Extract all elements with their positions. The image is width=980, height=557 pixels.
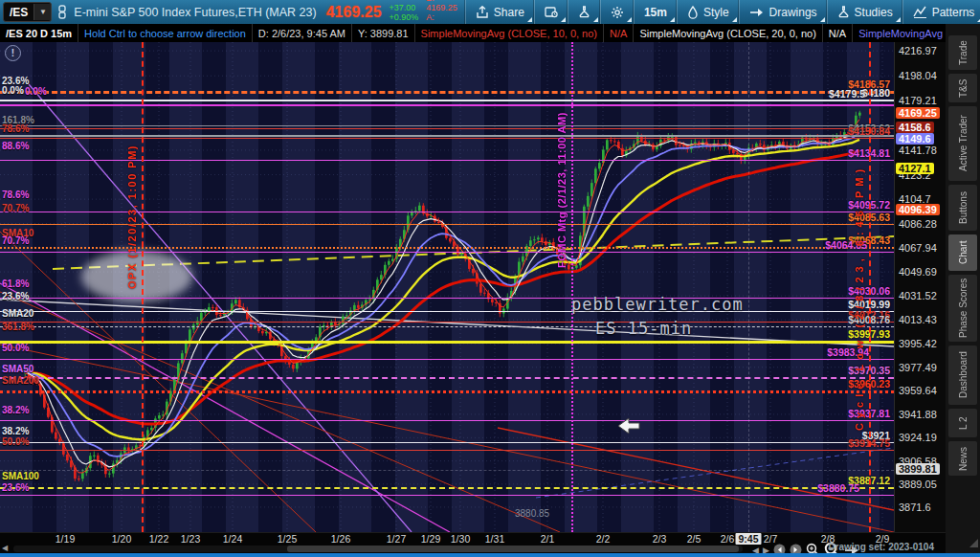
fib-label: 61.8%: [2, 278, 29, 289]
price-tick: 4141.78: [899, 145, 937, 156]
date-tick: 1/24: [223, 533, 242, 545]
price-level-line[interactable]: [0, 390, 894, 393]
flask-icon: [578, 6, 590, 18]
date-tick: 1/27: [387, 533, 406, 545]
symbol-link-icon[interactable]: [56, 5, 68, 20]
fib-label: SMA20: [2, 308, 33, 319]
price-badge: 4158.6: [896, 122, 934, 133]
fib-label: 50.0%: [2, 343, 29, 353]
sidebar-tabs: TradeT&SActive TraderButtonsChartPhase S…: [946, 33, 980, 553]
price-level-line[interactable]: [0, 420, 894, 421]
share-button[interactable]: Share: [465, 0, 534, 24]
event-label: OPX (1/20/23, 1:00 PM): [126, 96, 138, 289]
sidebar-tab-news[interactable]: News: [948, 441, 977, 476]
price-tick: 4067.94: [899, 242, 937, 254]
price-badge: 4169.25: [896, 107, 940, 119]
price-level-line[interactable]: [0, 298, 894, 299]
drawings-arrow-icon: [749, 7, 765, 18]
price-level-line[interactable]: [0, 326, 894, 327]
price-level-line[interactable]: [0, 442, 894, 443]
date-tick: 1/31: [485, 533, 504, 545]
studies-readout: SimpleMovingAvg (CLOSE, 10, 0, no)N/ASim…: [415, 24, 980, 42]
drawing-set-label[interactable]: Drawing set: 2023-0104: [828, 542, 934, 552]
price-tick: 3889.05: [899, 479, 937, 490]
last-price: 4169.25: [326, 4, 382, 21]
event-vline[interactable]: [869, 42, 871, 532]
analysis-button[interactable]: [568, 0, 600, 24]
price-tick: 3924.19: [899, 432, 937, 443]
fib-label: SMA200: [2, 375, 39, 386]
price-level-label: $3880.75: [817, 482, 859, 494]
sidebar-tab-l-2[interactable]: L 2: [948, 409, 977, 437]
price-level-line[interactable]: [0, 91, 894, 94]
patterns-button[interactable]: Patterns: [902, 0, 980, 24]
study-label[interactable]: SimpleMovingAvg (CLOSE, 10, 0, no): [415, 24, 604, 42]
scrollbar-thumb[interactable]: [287, 546, 739, 552]
crosshair-date-readout: D: 2/6/23, 9:45 AM: [253, 24, 352, 42]
price-tick: 3995.42: [899, 338, 937, 349]
chart-symbol-settings[interactable]: /ES 20 D 15m: [0, 24, 78, 42]
price-axis[interactable]: 4216.974198.044179.214141.784123.24104.7…: [894, 42, 947, 532]
chart-info-icon[interactable]: !: [5, 45, 21, 61]
drawings-button[interactable]: Drawings: [739, 0, 827, 24]
event-vline[interactable]: [142, 42, 144, 532]
timeframe-label: 15m: [644, 6, 667, 19]
resize-grip[interactable]: [969, 539, 978, 547]
price-badge: 4127.1: [896, 163, 934, 174]
price-tick: 4049.69: [899, 266, 937, 278]
chart-canvas[interactable]: $4186.57$4180$4179.5$4153.62$4150.84$413…: [0, 42, 894, 532]
crosshair-y-readout: Y: 3899.81: [352, 24, 415, 42]
style-button[interactable]: Style: [677, 0, 739, 24]
sidebar-tab-phase-scores[interactable]: Phase Scores: [948, 275, 977, 342]
patterns-icon: [913, 6, 927, 18]
sidebar-tab-trade[interactable]: Trade: [948, 35, 977, 70]
chart-header-row: /ES 20 D 15m Hold Ctrl to choose arrow d…: [0, 24, 946, 43]
study-label[interactable]: N/A: [604, 24, 634, 42]
fib-label: 23.6%: [2, 291, 29, 301]
price-level-line[interactable]: [0, 311, 894, 312]
settings-button[interactable]: [600, 0, 634, 24]
sidebar-tab-t-s[interactable]: T&S: [948, 74, 977, 102]
price-level-line[interactable]: [0, 495, 894, 496]
date-tick: 2/5: [687, 533, 702, 545]
price-tick: 3977.49: [899, 362, 937, 373]
date-tick: 2/1: [541, 533, 555, 545]
timeframe-button[interactable]: 15m: [634, 0, 677, 24]
thinkorswim-window: /ES ▼ E-mini S&P 500 Index Futures,ETH (…: [0, 0, 980, 557]
sidebar-tab-active-trader[interactable]: Active Trader: [948, 106, 977, 181]
sidebar-tab-buttons[interactable]: Buttons: [948, 185, 977, 231]
fib-label: 38.2%: [2, 426, 29, 436]
price-level-line[interactable]: [0, 487, 894, 489]
alerts-button[interactable]: [534, 0, 568, 24]
watermark-line2: ES 15-min: [595, 319, 692, 338]
price-level-line[interactable]: [0, 341, 894, 344]
sidebar-tab-dashboard[interactable]: Dashboard: [948, 345, 977, 405]
price-badge: 3899.81: [896, 463, 940, 475]
price-level-line[interactable]: [0, 450, 894, 451]
study-label[interactable]: N/A: [823, 24, 853, 42]
symbol-selector[interactable]: /ES ▼: [3, 2, 52, 22]
price-tick: 4198.04: [899, 70, 937, 81]
net-change: +37.00: [390, 3, 419, 12]
price-level-line[interactable]: [0, 322, 894, 323]
event-vline[interactable]: [571, 42, 573, 532]
date-tick: 2/2: [596, 533, 611, 545]
fib-label: 361.8%: [2, 322, 34, 332]
price-tick: 3941.88: [899, 409, 937, 420]
fib-label: 23.6%: [2, 482, 29, 493]
date-tick: 1/29: [421, 533, 440, 545]
chart-scrollbar[interactable]: [13, 546, 743, 552]
sidebar-tab-chart[interactable]: Chart: [948, 234, 977, 271]
price-tick: 4216.97: [899, 45, 937, 56]
price-level-line[interactable]: [0, 377, 894, 379]
scroll-left-arrow-icon[interactable]: ◀: [2, 544, 8, 552]
instrument-title: E-mini S&P 500 Index Futures,ETH (MAR 23…: [74, 6, 316, 19]
chevron-down-icon[interactable]: ▼: [33, 4, 51, 20]
studies-button[interactable]: Studies: [827, 0, 902, 24]
patterns-label: Patterns: [932, 6, 975, 19]
fib-label: 38.2%: [2, 405, 29, 415]
calendar-clock-icon: [545, 6, 558, 18]
price-level-line[interactable]: [0, 359, 894, 360]
study-label[interactable]: SimpleMovingAvg (CLOSE, 20, 0, no): [634, 24, 822, 42]
fib-label: SMA100: [2, 471, 39, 481]
